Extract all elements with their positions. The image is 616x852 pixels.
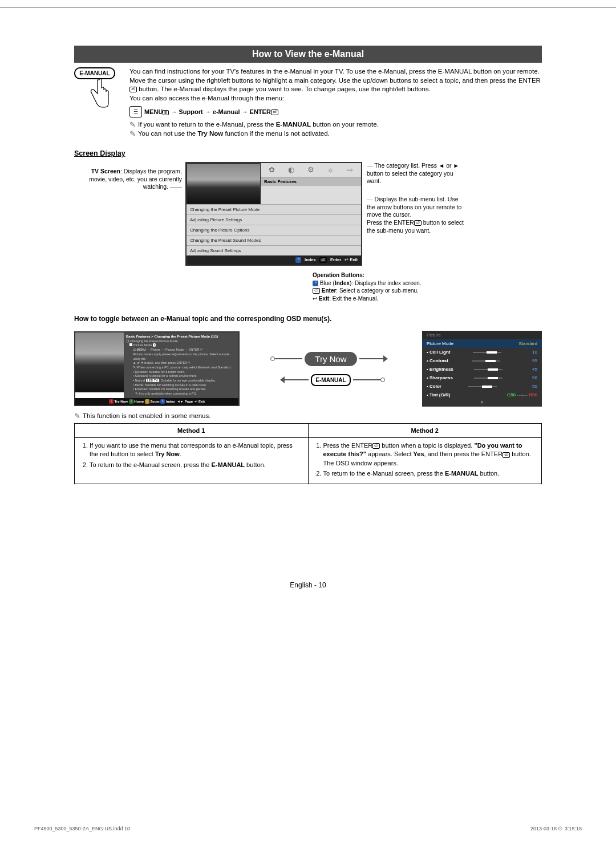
hand-pressing-icon [87,77,110,111]
intro-text-block: You can find instructions for your TV's … [129,67,542,139]
method1-cell: If you want to use the menu that corresp… [75,438,309,484]
method2-cell: Press the ENTER⏎ button when a topic is … [308,438,542,484]
category-icon: ⚙ [305,165,317,175]
osd-picture-menu-mock: Picture Picture ModeStandard • Cell Ligh… [422,331,542,407]
print-timestamp: 2013-03-18 ⏲ 3:15:18 [530,826,582,831]
category-label: Basic Features [261,177,361,186]
category-icon: ☼ [325,165,336,175]
toggle-diagram: Basic Features > Changing the Preset Pic… [74,331,542,407]
indd-filename: PF4500_5300_5350-ZA_ENG-US.indd 10 [34,826,130,831]
topic-content: Basic Features > Changing the Preset Pic… [124,332,238,397]
note-icon: ✎ [74,412,80,420]
page-number-footer: English - 10 [74,581,542,589]
enter-icon: ⏎ [271,109,278,115]
category-icon: ◐ [286,165,297,175]
note-not-enabled: ✎ This function is not enabled in some m… [74,412,542,420]
method1-header: Method 1 [75,424,309,438]
tv-screen-callout: TV Screen: Displays the program, movie, … [74,162,185,191]
methods-table: Method 1 Method 2 If you want to use the… [74,423,542,484]
submenu-list-callout: — Displays the sub-menu list. Use the ar… [367,196,468,234]
osd-setting-row: • Color50 [422,382,542,391]
emanual-remote-illustration: E-MANUAL [74,67,123,139]
ui-footer-buttons: ᴰ Index ⏎ Enter ↩ Exit [187,255,361,265]
menu-path: ☰ MENUⅢ → Support → e-Manual → ENTER⏎ [129,106,542,117]
submenu-row: Changing the Preset Sound Modes [187,235,361,245]
remote-menu-icon: ☰ [129,106,142,117]
note-trynow-inactive: ✎ You can not use the Try Now function i… [129,130,542,137]
arrow-right [359,358,387,359]
category-list-callout: — The category list. Press ◄ or ► button… [367,162,468,185]
operation-buttons-block: Operation Buttons: ᴰ Blue (Index): Displ… [313,271,542,302]
category-icon: ✿ [266,165,277,175]
note-icon: ✎ [129,121,136,128]
enter-icon: ⏎ [313,288,320,294]
try-now-badge: Try Now [305,352,356,366]
osd-header: Picture [422,331,542,339]
page-crop-mark [0,0,616,8]
method2-step2: To return to the e-Manual screen, press … [323,469,536,478]
osd-setting-row: • Contrast95 [422,356,542,365]
blue-d-icon: ᴰ [313,281,318,286]
tv-preview-thumbnail [75,332,124,392]
intro-paragraph: You can find instructions for your TV's … [129,67,542,94]
toggle-heading: How to toggle between an e-Manual topic … [74,315,542,323]
enter-icon: ⏎ [129,87,137,92]
category-icon: ⇨ [345,165,356,175]
page-title: How to View the e-Manual [74,46,542,63]
method1-step1: If you want to use the menu that corresp… [90,441,302,459]
submenu-row: Adjusting Picture Settings [187,214,361,225]
arrow-left-circ [275,358,302,359]
method2-step1: Press the ENTER⏎ button when a topic is … [323,441,536,468]
category-icon-row: ✿ ◐ ⚙ ☼ ⇨ [261,163,361,177]
trynow-arrow-group: Try Now [275,352,386,366]
submenu-row: Changing the Preset Picture Mode [187,204,361,214]
menu-m-icon: Ⅲ [163,110,169,115]
osd-setting-row: • Sharpness50 [422,374,542,382]
note-return-emanual: ✎ If you want to return to the e-Manual,… [129,121,542,128]
enter-icon: ⏎ [502,452,510,458]
enter-icon: ⏎ [414,220,422,226]
print-meta-footer: PF4500_5300_5350-ZA_ENG-US.indd 10 2013-… [34,826,582,831]
intro-section: E-MANUAL You can find instructions for y… [74,67,542,139]
intro-menu-access: You can also access the e-Manual through… [129,94,542,103]
topic-footer: ᴬ Try Now ᴮ Home ᶜ Zoom ᴰ Index ◄► Page … [75,398,238,405]
note-icon: ✎ [129,130,136,137]
method2-header: Method 2 [308,424,542,438]
osd-picture-mode-row: Picture ModeStandard [422,339,542,348]
enter-icon: ⏎ [372,443,380,449]
screen-display-diagram: TV Screen: Displays the program, movie, … [74,162,542,266]
emanual-badge: E-MANUAL [311,374,350,386]
arrow-left [281,379,309,380]
emanual-topic-mock: Basic Features > Changing the Preset Pic… [74,331,240,405]
manual-page: How to View the e-Manual E-MANUAL You ca… [0,0,616,852]
screen-display-heading: Screen Display [74,149,542,157]
emanual-arrow-group: E-MANUAL [281,374,380,386]
tv-preview-thumbnail [187,163,261,204]
osd-down-arrow-icon: ▼ [422,399,542,407]
arrow-right-circ [353,379,380,380]
submenu-row: Adjusting Sound Settings [187,245,361,255]
osd-setting-row: • Brightness45 [422,365,542,374]
submenu-row: Changing the Picture Options [187,225,361,235]
osd-setting-row: • Cell Light10 [422,348,542,356]
emanual-ui-mock: ✿ ◐ ⚙ ☼ ⇨ Basic Features Changing the Pr… [185,162,362,266]
method1-step2: To return to the e-Manual screen, press … [90,461,302,469]
arrow-column: Try Now E-MANUAL [275,352,386,386]
osd-tint-row: • Tint (G/R)G50 —•— R50 [422,391,542,399]
right-callouts: — The category list. Press ◄ or ► button… [362,162,468,245]
